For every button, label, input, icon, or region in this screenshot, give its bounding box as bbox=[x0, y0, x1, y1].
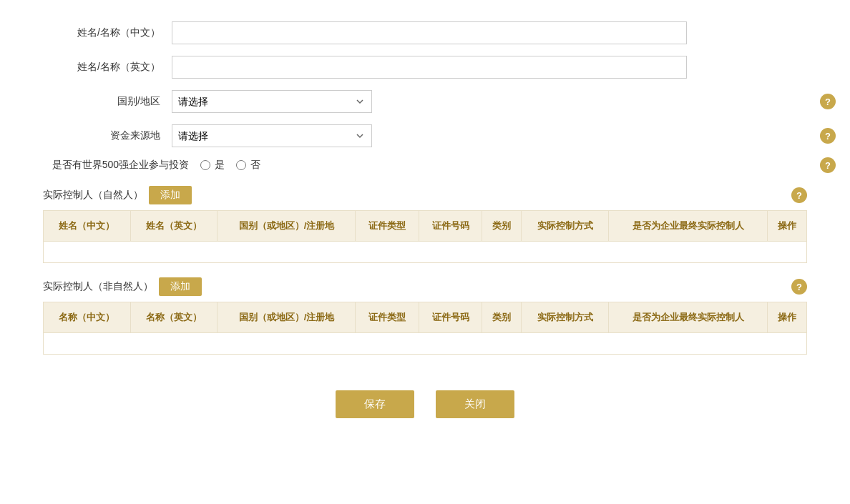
col-org-country: 国别（或地区）/注册地 bbox=[218, 302, 356, 333]
non-natural-person-section: 实际控制人（非自然人） 添加 ? 名称（中文） 名称（英文） 国别（或地区）/注… bbox=[43, 277, 807, 355]
world500-help-icon[interactable]: ? bbox=[820, 157, 836, 173]
natural-person-table: 姓名（中文） 姓名（英文） 国别（或地区）/注册地 证件类型 证件号码 类别 实… bbox=[43, 210, 807, 263]
col-country: 国别（或地区）/注册地 bbox=[218, 211, 356, 242]
country-row: 国别/地区 请选择 ? bbox=[43, 90, 807, 113]
world500-label: 是否有世界500强企业参与投资 bbox=[43, 159, 200, 172]
non-natural-person-title: 实际控制人（非自然人） bbox=[43, 280, 153, 293]
col-org-cert-type: 证件类型 bbox=[356, 302, 419, 333]
natural-person-title: 实际控制人（自然人） bbox=[43, 189, 143, 202]
natural-person-header: 实际控制人（自然人） 添加 ? bbox=[43, 186, 807, 204]
col-org-name-en: 名称（英文） bbox=[130, 302, 218, 333]
name-cn-input[interactable] bbox=[172, 21, 687, 44]
fund-source-row: 资金来源地 请选择 ? bbox=[43, 124, 807, 147]
non-natural-person-header: 实际控制人（非自然人） 添加 ? bbox=[43, 277, 807, 296]
col-org-control-method: 实际控制方式 bbox=[522, 302, 609, 333]
non-natural-person-table-header: 名称（中文） 名称（英文） 国别（或地区）/注册地 证件类型 证件号码 类别 实… bbox=[44, 302, 807, 333]
col-name-en: 姓名（英文） bbox=[130, 211, 218, 242]
fund-source-select[interactable]: 请选择 bbox=[172, 124, 372, 147]
world500-yes-option[interactable]: 是 bbox=[200, 159, 225, 172]
non-natural-person-table: 名称（中文） 名称（英文） 国别（或地区）/注册地 证件类型 证件号码 类别 实… bbox=[43, 302, 807, 355]
natural-person-section: 实际控制人（自然人） 添加 ? 姓名（中文） 姓名（英文） 国别（或地区）/注册… bbox=[43, 186, 807, 263]
col-org-name-cn: 名称（中文） bbox=[44, 302, 131, 333]
world500-yes-label: 是 bbox=[215, 159, 225, 172]
world500-no-radio[interactable] bbox=[236, 160, 246, 170]
name-en-row: 姓名/名称（英文） bbox=[43, 56, 807, 79]
col-org-is-ultimate: 是否为企业最终实际控制人 bbox=[609, 302, 768, 333]
natural-person-empty-cell bbox=[44, 242, 807, 263]
save-button[interactable]: 保存 bbox=[336, 390, 414, 418]
natural-person-add-button[interactable]: 添加 bbox=[149, 186, 192, 204]
fund-source-label: 资金来源地 bbox=[43, 129, 172, 142]
world500-radio-group: 是 否 bbox=[200, 159, 260, 172]
col-category: 类别 bbox=[482, 211, 522, 242]
non-natural-person-empty-row bbox=[44, 333, 807, 355]
name-cn-row: 姓名/名称（中文） bbox=[43, 21, 807, 44]
name-cn-label: 姓名/名称（中文） bbox=[43, 26, 172, 39]
world500-row: 是否有世界500强企业参与投资 是 否 ? bbox=[43, 159, 807, 172]
non-natural-person-add-button[interactable]: 添加 bbox=[159, 277, 202, 296]
country-select[interactable]: 请选择 bbox=[172, 90, 372, 113]
world500-no-label: 否 bbox=[250, 159, 260, 172]
col-name-cn: 姓名（中文） bbox=[44, 211, 131, 242]
main-form: 姓名/名称（中文） 姓名/名称（英文） 国别/地区 请选择 ? 资金来源地 请选… bbox=[43, 21, 807, 172]
country-label: 国别/地区 bbox=[43, 95, 172, 108]
non-natural-person-help-icon[interactable]: ? bbox=[791, 279, 807, 295]
col-org-cert-no: 证件号码 bbox=[419, 302, 482, 333]
name-en-input[interactable] bbox=[172, 56, 687, 79]
country-help-icon[interactable]: ? bbox=[820, 94, 836, 109]
natural-person-table-header: 姓名（中文） 姓名（英文） 国别（或地区）/注册地 证件类型 证件号码 类别 实… bbox=[44, 211, 807, 242]
col-org-operation: 操作 bbox=[767, 302, 806, 333]
col-operation: 操作 bbox=[767, 211, 806, 242]
col-cert-type: 证件类型 bbox=[356, 211, 419, 242]
natural-person-help-icon[interactable]: ? bbox=[791, 187, 807, 203]
world500-no-option[interactable]: 否 bbox=[236, 159, 260, 172]
close-button[interactable]: 关闭 bbox=[436, 390, 514, 418]
non-natural-person-empty-cell bbox=[44, 333, 807, 355]
col-org-category: 类别 bbox=[482, 302, 522, 333]
col-cert-no: 证件号码 bbox=[419, 211, 482, 242]
col-is-ultimate: 是否为企业最终实际控制人 bbox=[609, 211, 768, 242]
natural-person-empty-row bbox=[44, 242, 807, 263]
fund-source-help-icon[interactable]: ? bbox=[820, 128, 836, 144]
col-control-method: 实际控制方式 bbox=[522, 211, 609, 242]
name-en-label: 姓名/名称（英文） bbox=[43, 61, 172, 74]
world500-yes-radio[interactable] bbox=[200, 160, 210, 170]
bottom-buttons: 保存 关闭 bbox=[43, 390, 807, 418]
